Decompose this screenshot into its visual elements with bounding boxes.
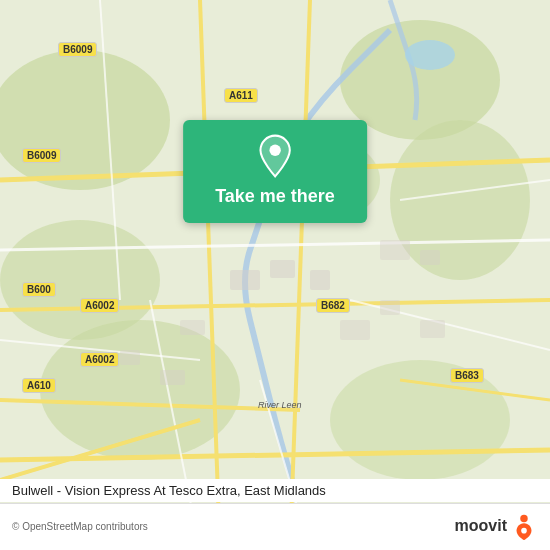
svg-rect-29 (380, 300, 400, 315)
road-label-a610: A610 (22, 378, 56, 393)
road-label-a6002-bot: A6002 (80, 352, 119, 367)
svg-rect-30 (420, 320, 445, 338)
take-me-there-button[interactable]: Take me there (183, 120, 367, 223)
bottom-bar: © OpenStreetMap contributors moovit (0, 503, 550, 550)
take-me-there-label: Take me there (215, 186, 335, 207)
road-label-a6002-top: A6002 (80, 298, 119, 313)
map-background (0, 0, 550, 550)
road-label-b682: B682 (316, 298, 350, 313)
map-attribution: © OpenStreetMap contributors (12, 521, 148, 532)
svg-point-38 (521, 528, 527, 534)
location-label: Bulwell - Vision Express At Tesco Extra,… (0, 479, 550, 502)
moovit-icon (510, 512, 538, 540)
svg-rect-31 (120, 350, 140, 365)
road-label-b683: B683 (450, 368, 484, 383)
svg-rect-26 (310, 270, 330, 290)
svg-point-35 (269, 145, 280, 156)
road-label-b6009-mid: B6009 (22, 148, 61, 163)
svg-rect-32 (160, 370, 185, 385)
moovit-text: moovit (455, 517, 507, 535)
river-label: River Leen (258, 400, 302, 410)
take-me-there-container: Take me there (183, 120, 367, 223)
svg-point-8 (405, 40, 455, 70)
svg-rect-28 (340, 320, 370, 340)
svg-rect-27 (180, 320, 205, 335)
road-label-b6009-top: B6009 (58, 42, 97, 57)
svg-point-37 (520, 515, 527, 522)
location-pin-icon (253, 134, 297, 178)
svg-rect-25 (270, 260, 295, 278)
svg-rect-34 (420, 250, 440, 265)
svg-rect-33 (380, 240, 410, 260)
road-label-b600: B600 (22, 282, 56, 297)
moovit-logo: moovit (455, 512, 538, 540)
svg-rect-24 (230, 270, 260, 290)
map-container: B6009 A611 B6009 B600 A6002 A610 A6002 B… (0, 0, 550, 550)
svg-point-3 (390, 120, 530, 280)
road-label-a611: A611 (224, 88, 258, 103)
